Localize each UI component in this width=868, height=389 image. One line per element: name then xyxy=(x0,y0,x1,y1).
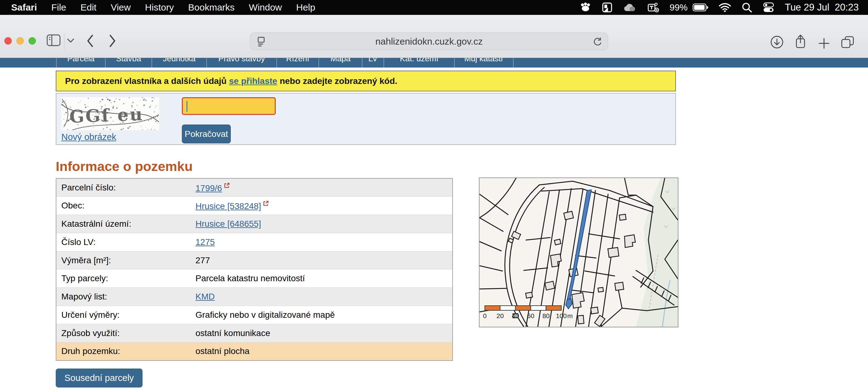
zoom-window-button[interactable] xyxy=(29,37,36,44)
paw-app-icon[interactable] xyxy=(580,2,591,13)
row-value: 1275 xyxy=(195,233,453,251)
svg-text:m: m xyxy=(567,312,573,319)
row-value-link[interactable]: KMD xyxy=(195,292,215,301)
cadastral-map[interactable]: 020406080100m xyxy=(479,177,678,327)
neighbor-parcels-button[interactable]: Sousední parcely xyxy=(56,368,143,387)
tab-zen[interactable]: Řízení xyxy=(276,58,318,67)
menu-items: SafariFileEditViewHistoryBookmarksWindow… xyxy=(0,2,315,13)
menu-window[interactable]: Window xyxy=(249,2,282,13)
tab-label: Jednotka xyxy=(163,58,196,67)
sidebar-toggle-icon[interactable] xyxy=(46,34,61,47)
table-row: Určení výměry:Graficky nebo v digitalizo… xyxy=(56,306,453,324)
external-link-icon xyxy=(263,200,269,206)
row-value: 1799/6 xyxy=(195,179,453,197)
safari-toolbar: nahlizenidokn.cuzk.gov.cz xyxy=(0,15,868,58)
tab-stavba[interactable]: Stavba xyxy=(105,58,152,67)
tab-label: Mapa xyxy=(330,58,350,67)
menu-view[interactable]: View xyxy=(111,2,130,13)
wifi-icon[interactable] xyxy=(719,3,731,12)
reload-icon[interactable] xyxy=(593,37,602,48)
address-bar[interactable]: nahlizenidokn.cuzk.gov.cz xyxy=(250,33,608,50)
downloads-icon[interactable] xyxy=(770,35,784,50)
tab-jednotka[interactable]: Jednotka xyxy=(152,58,206,67)
row-label: Číslo LV: xyxy=(56,233,195,251)
sidebar-chevron-down-icon[interactable] xyxy=(67,38,74,44)
tab-label: Parcela xyxy=(67,58,94,67)
tab-parcela[interactable]: Parcela xyxy=(56,58,105,67)
svg-text:100: 100 xyxy=(556,312,566,319)
toolbar-divider xyxy=(64,33,64,50)
website-settings-icon[interactable] xyxy=(256,37,266,48)
svg-text:20: 20 xyxy=(497,312,504,319)
close-window-button[interactable] xyxy=(4,37,12,44)
tab-pr-vo-stavby[interactable]: Právo stavby xyxy=(206,58,276,67)
new-captcha-link[interactable]: Nový obrázek xyxy=(61,132,116,142)
captcha-code-text: GGf eu xyxy=(69,104,144,127)
tab-label: Řízení xyxy=(286,58,309,67)
tab-label: Kat. území xyxy=(400,58,438,67)
battery-icon xyxy=(693,3,708,11)
screen-capture-icon[interactable] xyxy=(601,2,613,13)
row-value: ostatní plocha xyxy=(195,342,453,360)
tab-label: Můj katastr xyxy=(464,58,503,67)
table-row: Katastrální území:Hrusice [648655] xyxy=(56,215,453,233)
page-title: Informace o pozemku xyxy=(56,159,193,174)
login-link[interactable]: se přihlaste xyxy=(229,76,277,86)
svg-text:40: 40 xyxy=(512,312,519,319)
minimize-window-button[interactable] xyxy=(17,37,24,44)
row-value-link[interactable]: Hrusice [538248] xyxy=(195,201,261,211)
new-tab-icon[interactable] xyxy=(818,37,830,51)
notice-text-after: nebo zadejte zobrazený kód. xyxy=(280,76,398,86)
table-row: Mapový list:KMD xyxy=(56,288,453,306)
battery-percent: 99% xyxy=(670,2,688,13)
row-value-link[interactable]: Hrusice [648655] xyxy=(195,219,261,229)
row-label: Katastrální území: xyxy=(56,215,195,233)
captcha-input[interactable] xyxy=(182,97,276,115)
table-row: Způsob využití:ostatní komunikace xyxy=(56,324,453,342)
menu-help[interactable]: Help xyxy=(296,2,315,13)
table-row: Typ parcely:Parcela katastru nemovitostí xyxy=(56,269,453,288)
menu-safari[interactable]: Safari xyxy=(11,2,37,13)
map-scale-bar: 020406080100m xyxy=(483,306,573,319)
window-controls xyxy=(4,37,36,44)
tab-kat-zem[interactable]: Kat. území xyxy=(383,58,454,67)
table-row: Obec:Hrusice [538248] xyxy=(56,197,453,215)
tab-overview-icon[interactable] xyxy=(840,35,855,50)
row-value-link[interactable]: 1275 xyxy=(195,237,215,247)
onedrive-icon[interactable] xyxy=(623,3,637,12)
forward-button[interactable] xyxy=(108,35,117,48)
teams-icon[interactable] xyxy=(647,2,659,13)
menu-file[interactable]: File xyxy=(51,2,66,13)
row-value-link[interactable]: 1799/6 xyxy=(195,183,222,193)
screen: SafariFileEditViewHistoryBookmarksWindow… xyxy=(0,0,868,389)
captcha-panel: GGf eu Nový obrázek Pokračovat xyxy=(56,93,676,145)
row-label: Způsob využití: xyxy=(56,324,195,342)
control-center-icon[interactable] xyxy=(763,2,774,13)
row-value: Parcela katastru nemovitostí xyxy=(195,269,453,288)
menu-bookmarks[interactable]: Bookmarks xyxy=(188,2,235,13)
spotlight-search-icon[interactable] xyxy=(742,2,752,13)
url-text[interactable]: nahlizenidokn.cuzk.gov.cz xyxy=(250,36,608,47)
login-notice-bar: Pro zobrazení vlastníka a dalších údajů … xyxy=(56,71,676,91)
row-value: Hrusice [648655] xyxy=(195,215,453,233)
menu-clock[interactable]: Tue 29 Jul 20:23 xyxy=(785,2,859,13)
row-label: Druh pozemku: xyxy=(56,342,195,360)
row-value: Graficky nebo v digitalizované mapě xyxy=(195,306,453,324)
svg-text:80: 80 xyxy=(542,312,550,319)
macos-menu-bar: SafariFileEditViewHistoryBookmarksWindow… xyxy=(0,0,868,15)
back-button[interactable] xyxy=(86,35,94,48)
menu-edit[interactable]: Edit xyxy=(81,2,97,13)
row-label: Určení výměry: xyxy=(56,306,195,324)
row-label: Parcelní číslo: xyxy=(56,179,195,197)
share-icon[interactable] xyxy=(794,34,807,50)
captcha-image: GGf eu xyxy=(61,97,159,130)
tab-m-j-katastr[interactable]: Můj katastr xyxy=(454,58,514,67)
row-value: KMD xyxy=(195,288,453,306)
continue-button[interactable]: Pokračovat xyxy=(182,125,231,143)
menu-history[interactable]: History xyxy=(145,2,174,13)
tab-mapa[interactable]: Mapa xyxy=(318,58,362,67)
tab-lv[interactable]: LV xyxy=(362,58,383,67)
svg-text:0: 0 xyxy=(483,312,487,319)
parcel-info-table: Parcelní číslo:1799/6Obec:Hrusice [53824… xyxy=(56,178,453,361)
table-row: Druh pozemku:ostatní plocha xyxy=(56,342,453,360)
